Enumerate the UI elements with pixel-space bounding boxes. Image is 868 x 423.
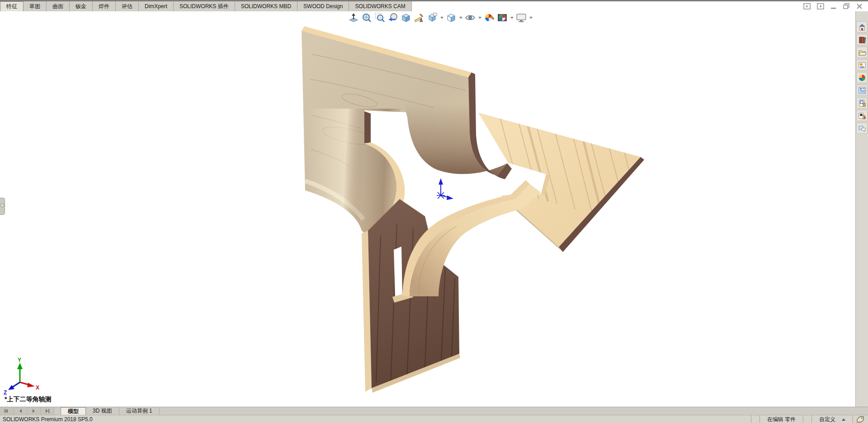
hide-show-items-dropdown-icon[interactable] bbox=[478, 12, 481, 23]
status-spacer bbox=[751, 415, 760, 423]
feature-tree-flyout-tab[interactable] bbox=[0, 198, 5, 215]
pane-collapse-right-icon[interactable] bbox=[817, 3, 824, 10]
svg-text:A: A bbox=[420, 18, 423, 23]
triad-z-label: Z bbox=[4, 390, 7, 396]
view-settings-dropdown-icon[interactable] bbox=[529, 12, 533, 23]
view-orientation-label: *上下二等角轴测 bbox=[5, 395, 51, 404]
model-bc-bend[interactable] bbox=[402, 180, 541, 296]
tab-features[interactable]: 特征 bbox=[0, 1, 24, 11]
edit-appearance-icon[interactable] bbox=[484, 12, 495, 23]
status-bar: SOLIDWORKS Premium 2018 SP5.0 在编辑 零件 自定义 bbox=[0, 415, 868, 423]
view-settings-icon[interactable] bbox=[516, 12, 527, 23]
tab-sketch[interactable]: 草图 bbox=[24, 1, 47, 11]
sheet-tab-motion-study[interactable]: 运动算例 1 bbox=[119, 407, 160, 415]
apply-scene-icon[interactable] bbox=[497, 12, 508, 23]
status-spacer-2 bbox=[803, 415, 811, 423]
restore-icon[interactable] bbox=[843, 3, 850, 10]
section-view-icon[interactable] bbox=[401, 12, 411, 23]
tab-solidworks-cam[interactable]: SOLIDWORKS CAM bbox=[349, 1, 411, 11]
tab-dimxpert[interactable]: DimXpert bbox=[139, 1, 174, 11]
pane-collapse-left-icon[interactable] bbox=[803, 3, 811, 10]
design-library-icon[interactable] bbox=[856, 34, 868, 45]
custom-properties-icon[interactable] bbox=[856, 85, 868, 96]
editing-mode-label: 在编辑 零件 bbox=[760, 415, 803, 423]
swood-options-icon[interactable] bbox=[856, 110, 868, 121]
view-palette-icon[interactable] bbox=[856, 59, 868, 71]
origin-marker[interactable] bbox=[437, 178, 453, 200]
configuration-tab-bar: 模型 3D 视图 运动算例 1 bbox=[0, 407, 868, 415]
display-style-icon[interactable] bbox=[446, 12, 457, 23]
view-orientation-icon[interactable] bbox=[427, 12, 438, 23]
reference-triad: Y X Z bbox=[4, 357, 39, 396]
tab-swood-design[interactable]: SWOOD Design bbox=[297, 1, 349, 11]
close-icon[interactable] bbox=[856, 3, 863, 10]
customize-label: 自定义 bbox=[819, 416, 835, 423]
hide-show-items-icon[interactable] bbox=[465, 12, 476, 23]
tab-sheet-metal[interactable]: 钣金 bbox=[70, 1, 93, 11]
customize-caret-icon bbox=[842, 418, 845, 421]
forum-icon[interactable] bbox=[856, 123, 868, 134]
window-controls bbox=[803, 3, 863, 10]
model-right-panel-top-face[interactable] bbox=[478, 113, 641, 247]
triad-x-label: X bbox=[36, 385, 39, 391]
task-pane bbox=[855, 11, 868, 407]
solidworks-window: Y X Z 特征 草图 曲面 钣金 焊件 评估 DimXpert SOLIDWO… bbox=[0, 0, 868, 423]
sheet-tab-model[interactable]: 模型 bbox=[61, 407, 86, 415]
zoom-to-fit-icon[interactable] bbox=[361, 12, 372, 23]
swood-library-icon[interactable] bbox=[856, 97, 868, 109]
customize-menu[interactable]: 自定义 bbox=[811, 415, 853, 423]
tag-button[interactable] bbox=[853, 415, 868, 423]
model-lower-panel-notch-gap bbox=[394, 247, 402, 298]
normal-to-icon[interactable] bbox=[348, 12, 359, 23]
model-right-panel[interactable] bbox=[478, 113, 644, 252]
tab-surfaces[interactable]: 曲面 bbox=[47, 1, 70, 11]
file-explorer-icon[interactable] bbox=[856, 47, 868, 58]
tab-solidworks-mbd[interactable]: SOLIDWORKS MBD bbox=[235, 1, 297, 11]
solidworks-resources-icon[interactable] bbox=[856, 21, 868, 33]
triad-y-label: Y bbox=[18, 357, 21, 363]
graphics-area[interactable]: Y X Z bbox=[0, 11, 868, 423]
tab-solidworks-addins[interactable]: SOLIDWORKS 插件 bbox=[174, 1, 235, 11]
command-manager-tabs: 特征 草图 曲面 钣金 焊件 评估 DimXpert SOLIDWORKS 插件… bbox=[0, 1, 412, 11]
tab-scroll-last-icon[interactable] bbox=[41, 407, 54, 415]
tab-scroll-prev-icon[interactable] bbox=[14, 407, 27, 415]
previous-view-icon[interactable] bbox=[387, 12, 398, 23]
zoom-to-area-icon[interactable] bbox=[374, 12, 385, 23]
tab-evaluate[interactable]: 评估 bbox=[116, 1, 139, 11]
tag-icon bbox=[857, 416, 864, 423]
minimize-icon[interactable] bbox=[830, 3, 837, 10]
display-style-dropdown-icon[interactable] bbox=[459, 12, 462, 23]
tab-scroll-next-icon[interactable] bbox=[27, 407, 41, 415]
product-version-label: SOLIDWORKS Premium 2018 SP5.0 bbox=[0, 416, 93, 423]
dynamic-annotation-views-icon[interactable]: A bbox=[414, 12, 425, 23]
appearances-scenes-icon[interactable] bbox=[856, 72, 868, 83]
model-ab-bend-surface[interactable] bbox=[405, 103, 507, 176]
model-upper-panel-notch-wall[interactable] bbox=[364, 111, 371, 143]
sheet-tab-3d-views[interactable]: 3D 视图 bbox=[86, 407, 119, 415]
heads-up-view-toolbar: A bbox=[348, 12, 533, 23]
view-orientation-dropdown-icon[interactable] bbox=[440, 12, 443, 23]
apply-scene-dropdown-icon[interactable] bbox=[510, 12, 514, 23]
tab-scroll-first-icon[interactable] bbox=[0, 407, 14, 415]
tab-weldments[interactable]: 焊件 bbox=[93, 1, 116, 11]
